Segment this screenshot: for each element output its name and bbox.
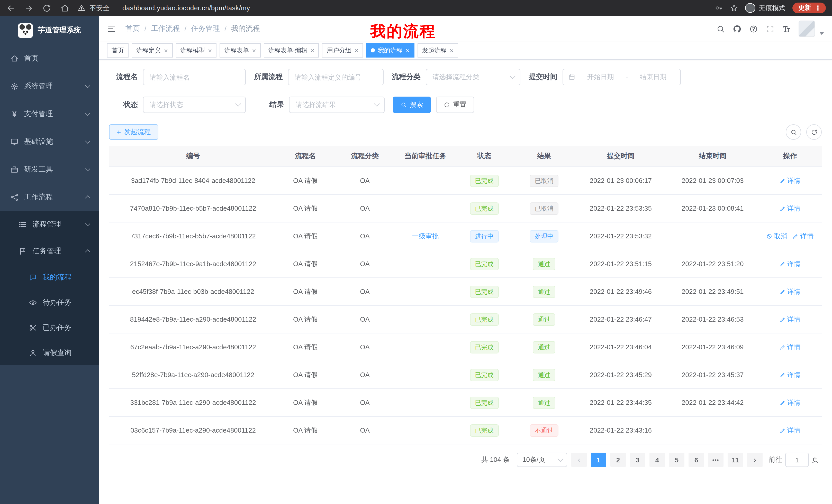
home-icon[interactable] bbox=[60, 3, 70, 12]
prev-page-button[interactable]: ‹ bbox=[571, 453, 587, 467]
page-size-select[interactable]: 10条/页 bbox=[517, 453, 567, 467]
detail-link[interactable]: 详情 bbox=[780, 204, 801, 213]
chevron-down-icon[interactable] bbox=[820, 32, 824, 35]
page-button-3[interactable]: 3 bbox=[630, 453, 645, 467]
detail-link[interactable]: 详情 bbox=[780, 259, 801, 269]
github-icon[interactable] bbox=[733, 24, 742, 33]
status-cell: 已完成 bbox=[454, 361, 514, 389]
close-icon[interactable]: × bbox=[355, 47, 358, 54]
tab-process-form-edit[interactable]: 流程表单-编辑× bbox=[264, 43, 319, 58]
sidebar-item-done-tasks[interactable]: 已办任务 bbox=[0, 315, 99, 340]
warning-icon bbox=[78, 4, 85, 12]
id-cell: 3ad174fb-7b9d-11ec-8404-acde48001122 bbox=[109, 167, 277, 194]
detail-link[interactable]: 详情 bbox=[780, 426, 801, 435]
reset-button[interactable]: 重置 bbox=[436, 96, 474, 113]
result-cell: 通过 bbox=[514, 389, 574, 416]
search-toggle-button[interactable] bbox=[786, 124, 801, 140]
sidebar-item-devtools[interactable]: 研发工具 bbox=[0, 156, 99, 184]
detail-link[interactable]: 详情 bbox=[793, 231, 814, 241]
detail-link[interactable]: 详情 bbox=[780, 398, 801, 407]
tab-process-form[interactable]: 流程表单× bbox=[219, 43, 260, 58]
tab-home[interactable]: 首页 bbox=[107, 43, 129, 58]
reload-icon[interactable] bbox=[42, 3, 51, 12]
tab-process-model[interactable]: 流程模型× bbox=[176, 43, 216, 58]
close-icon[interactable]: × bbox=[252, 47, 256, 54]
help-icon[interactable] bbox=[749, 24, 758, 33]
page-button-11[interactable]: 11 bbox=[728, 453, 743, 467]
active-tab-dot bbox=[371, 48, 375, 52]
app-logo[interactable]: 芋道管理系统 bbox=[0, 16, 99, 45]
date-range-picker[interactable]: 开始日期 - 结束日期 bbox=[563, 69, 681, 85]
address-bar[interactable]: 不安全 dashboard.yudao.iocoder.cn/bpm/task/… bbox=[78, 3, 250, 12]
close-icon[interactable]: × bbox=[208, 47, 212, 54]
tab-my-process[interactable]: 我的流程× bbox=[366, 43, 414, 58]
process-name-input[interactable] bbox=[143, 69, 246, 85]
menu-dots-icon[interactable]: ⋮ bbox=[815, 4, 821, 12]
hamburger-icon[interactable] bbox=[107, 24, 116, 33]
breadcrumb-workflow[interactable]: 工作流程 bbox=[140, 24, 180, 33]
sidebar-item-workflow[interactable]: 工作流程 bbox=[0, 184, 99, 211]
status-select[interactable]: 请选择状态 bbox=[143, 96, 246, 113]
font-size-icon[interactable] bbox=[782, 24, 791, 33]
fullscreen-icon[interactable] bbox=[766, 24, 774, 33]
detail-link[interactable]: 详情 bbox=[780, 287, 801, 296]
cancel-link[interactable]: 取消 bbox=[766, 231, 787, 241]
end-time-cell: 2022-01-22 23:49:51 bbox=[667, 278, 758, 305]
breadcrumb-task-management[interactable]: 任务管理 bbox=[180, 24, 220, 33]
navbar-actions bbox=[716, 21, 824, 37]
sidebar-item-infrastructure[interactable]: 基础设施 bbox=[0, 128, 99, 156]
bookmark-star-icon[interactable] bbox=[729, 4, 738, 12]
plus-icon: + bbox=[117, 129, 121, 136]
close-icon[interactable]: × bbox=[164, 47, 168, 54]
page-button-5[interactable]: 5 bbox=[669, 453, 684, 467]
category-select[interactable]: 请选择流程分类 bbox=[426, 69, 520, 85]
search-icon[interactable] bbox=[716, 24, 725, 33]
tab-process-definition[interactable]: 流程定义× bbox=[132, 43, 173, 58]
update-button[interactable]: 更新 ⋮ bbox=[792, 3, 826, 13]
page-button-6[interactable]: 6 bbox=[688, 453, 704, 467]
close-icon[interactable]: × bbox=[406, 47, 410, 54]
more-pages-button[interactable]: ••• bbox=[708, 453, 724, 467]
result-select[interactable]: 请选择流结果 bbox=[289, 96, 385, 113]
goto-page-input[interactable] bbox=[785, 453, 809, 467]
parent-process-input[interactable] bbox=[288, 69, 384, 85]
page-button-1[interactable]: 1 bbox=[591, 453, 606, 467]
sidebar-item-todo-tasks[interactable]: 待办任务 bbox=[0, 290, 99, 315]
sidebar-item-process-management[interactable]: 流程管理 bbox=[0, 211, 99, 238]
start-process-button[interactable]: + 发起流程 bbox=[109, 124, 158, 140]
tab-user-group[interactable]: 用户分组× bbox=[322, 43, 363, 58]
goto-page: 前往 页 bbox=[769, 453, 818, 467]
sidebar-item-system[interactable]: 系统管理 bbox=[0, 73, 99, 100]
detail-link[interactable]: 详情 bbox=[780, 342, 801, 352]
breadcrumb-home[interactable]: 首页 bbox=[126, 24, 140, 33]
avatar[interactable] bbox=[799, 21, 815, 37]
start-date-placeholder[interactable]: 开始日期 bbox=[578, 73, 623, 82]
sidebar-item-home[interactable]: 首页 bbox=[0, 45, 99, 73]
page-button-2[interactable]: 2 bbox=[610, 453, 626, 467]
sidebar-item-payment[interactable]: ¥ 支付管理 bbox=[0, 100, 99, 128]
forward-icon[interactable] bbox=[24, 3, 33, 12]
sidebar-item-my-process[interactable]: 我的流程 bbox=[0, 264, 99, 290]
sidebar-item-leave-query[interactable]: 请假查询 bbox=[0, 340, 99, 365]
close-icon[interactable]: × bbox=[450, 47, 453, 54]
end-date-placeholder[interactable]: 结束日期 bbox=[631, 73, 675, 82]
detail-link[interactable]: 详情 bbox=[780, 370, 801, 380]
sidebar-item-task-management[interactable]: 任务管理 bbox=[0, 238, 99, 264]
tab-start-process[interactable]: 发起流程× bbox=[417, 43, 458, 58]
back-icon[interactable] bbox=[6, 3, 16, 12]
detail-link[interactable]: 详情 bbox=[780, 176, 801, 185]
search-button[interactable]: 搜索 bbox=[393, 96, 431, 113]
sidebar-item-label: 工作流程 bbox=[24, 193, 53, 202]
name-cell: OA 请假 bbox=[277, 416, 334, 444]
current-task-link[interactable]: 一级审批 bbox=[412, 232, 439, 240]
tab-label: 我的流程 bbox=[378, 46, 402, 55]
page-button-4[interactable]: 4 bbox=[649, 453, 665, 467]
close-icon[interactable]: × bbox=[311, 47, 314, 54]
next-page-button[interactable]: › bbox=[747, 453, 762, 467]
category-cell: OA bbox=[334, 333, 396, 361]
submit-time-cell: 2022-01-22 23:44:35 bbox=[574, 389, 667, 416]
detail-link[interactable]: 详情 bbox=[780, 315, 801, 324]
result-cell: 通过 bbox=[514, 305, 574, 333]
refresh-table-button[interactable] bbox=[806, 124, 822, 140]
key-icon[interactable] bbox=[714, 4, 723, 12]
